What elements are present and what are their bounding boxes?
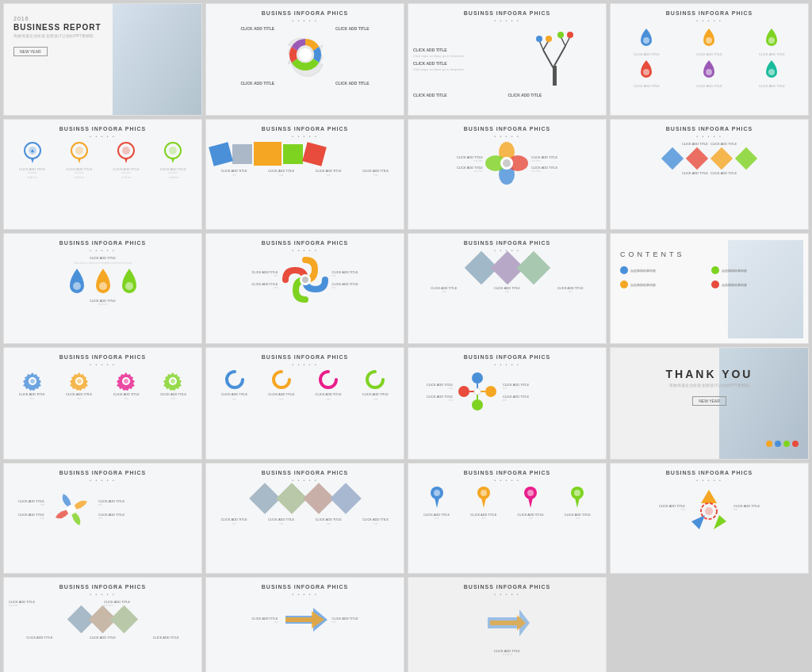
s3-text-1: Click maps so ideas go to templates xyxy=(413,54,506,58)
svg-point-51 xyxy=(124,379,128,384)
svg-line-3 xyxy=(554,46,565,66)
thankyou-subtitle: 有效传递企业价值 创意设计让你的PPT更精彩 xyxy=(620,383,799,388)
photo-thumb-3 xyxy=(283,144,303,164)
d1-title: CLICK ADD TITLE xyxy=(634,52,660,56)
svg-point-43 xyxy=(125,282,133,290)
cover-button[interactable]: NEW YEAR xyxy=(13,47,48,56)
cross-pins-svg xyxy=(456,370,500,414)
s3-label-4: CLICK ADD TITLE xyxy=(508,93,602,97)
svg-point-42 xyxy=(99,282,107,290)
slide-4-dots: • • • • • xyxy=(615,18,803,23)
drop-5 xyxy=(700,59,718,81)
svg-point-66 xyxy=(434,490,440,496)
svg-marker-27 xyxy=(124,158,128,163)
slide-2-dots: • • • • • xyxy=(211,18,399,23)
svg-point-63 xyxy=(67,505,76,514)
flower-cross-svg xyxy=(48,486,95,533)
svg-point-69 xyxy=(481,490,487,496)
gear-1 xyxy=(22,370,43,391)
slide-17-title: BUSINSS INFOGRA PHICS xyxy=(9,470,197,475)
svg-point-75 xyxy=(574,490,580,496)
thankyou-title: THANK YOU xyxy=(620,368,799,380)
svg-point-36 xyxy=(503,159,511,167)
slide-22-title: BUSINSS INFOGRA PHICS xyxy=(211,584,399,590)
pd3-3 xyxy=(110,605,138,633)
slide-18-title: BUSINSS INFOGRA PHICS xyxy=(211,470,399,475)
svg-rect-39 xyxy=(710,147,733,170)
slide-14-title: BUSINSS INFOGRA PHICS xyxy=(211,354,399,360)
svg-point-10 xyxy=(557,32,564,38)
photo-diamond-3 xyxy=(516,251,550,284)
drop-6 xyxy=(763,59,780,81)
slide-contents: CONTENTS 点击添加目录内容 点击添加目录内容 点击添加目录内容 xyxy=(610,233,809,344)
triangle-arrows-svg xyxy=(688,486,731,529)
d6-title: CLICK ADD TITLE xyxy=(759,84,785,88)
s2-label-4: CLICK ADD TITLE xyxy=(306,81,400,86)
drop-4 xyxy=(638,59,655,81)
svg-point-49 xyxy=(77,379,82,384)
c-item-1: CLICK ADD TITLE xyxy=(221,370,247,396)
slide-11-title: BUSINSS INFOGRA PHICS xyxy=(413,240,601,246)
c-item-4: CLICK ADD TITLE xyxy=(362,370,389,396)
pin-3: CLICK ADD TITLE text xyxy=(518,486,544,520)
d4-title: CLICK ADD TITLE xyxy=(634,84,660,88)
drop-1 xyxy=(638,27,655,49)
svg-point-23 xyxy=(75,147,83,155)
contents-item-1: 点击添加目录内容 xyxy=(620,266,708,274)
slide-tree: BUSINSS INFOGRA PHICS • • • • • CLICK AD… xyxy=(408,3,607,116)
svg-point-72 xyxy=(527,490,534,496)
svg-point-56 xyxy=(485,386,496,397)
cover-title: BUSINESS REPORT xyxy=(13,23,192,32)
bubble-1: ● xyxy=(23,142,42,164)
gear-3 xyxy=(116,370,136,391)
thankyou-button[interactable]: NEW YEAR xyxy=(692,396,726,406)
s2-label-3: CLICK ADD TITLE xyxy=(211,81,304,86)
svg-point-77 xyxy=(705,507,713,515)
svg-marker-71 xyxy=(528,498,533,508)
svg-line-2 xyxy=(543,50,554,70)
svg-marker-30 xyxy=(171,158,174,163)
slide-13-title: BUSINSS INFOGRA PHICS xyxy=(9,354,197,360)
svg-point-26 xyxy=(122,147,130,155)
svg-text:●: ● xyxy=(30,147,34,155)
slide-photo-diamonds: BUSINSS INFOGRA PHICS • • • • • CLICK AD… xyxy=(408,233,607,344)
svg-marker-68 xyxy=(481,498,486,508)
slide-photo-diamonds3: BUSINSS INFOGRA PHICS • • • • • CLICK AD… xyxy=(3,577,202,672)
slide-21-title: BUSINSS INFOGRA PHICS xyxy=(9,584,197,590)
contents-dot-1 xyxy=(620,266,628,274)
slide-3-title: BUSINSS INFOGRA PHICS xyxy=(413,10,601,16)
diamond-2 xyxy=(686,147,708,170)
svg-point-62 xyxy=(474,388,481,395)
svg-point-45 xyxy=(302,277,308,283)
photo-thumb-2 xyxy=(232,144,252,164)
svg-point-41 xyxy=(73,282,81,290)
slide-diamonds: BUSINSS INFOGRA PHICS • • • • • CLICK AD… xyxy=(610,119,809,230)
svg-point-9 xyxy=(546,36,552,42)
slide-cover: 2016 BUSINESS REPORT 有效传递企业价值 创意设计让你的PPT… xyxy=(3,3,202,116)
d2-title: CLICK ADD TITLE xyxy=(696,52,722,56)
svg-point-16 xyxy=(706,69,712,75)
slide-gear: BUSINSS INFOGRA PHICS • • • • • CLICK AD… xyxy=(205,3,404,116)
slide-big-arrow: BUSINSS INFOGRA PHICS • • • • • CLICK AD… xyxy=(205,577,404,672)
gear-2 xyxy=(69,370,90,391)
slide-globe-pins: BUSINSS INFOGRA PHICS • • • • • CLICK AD… xyxy=(408,463,607,574)
arrow-big-svg xyxy=(484,603,531,643)
slide-photo-strip: BUSINSS INFOGRA PHICS • • • • • CLICK AD… xyxy=(205,119,404,230)
large-drop-1 xyxy=(65,267,89,297)
slide-7-title: BUSINSS INFOGRA PHICS xyxy=(413,126,601,132)
s2-label-1: CLICK ADD TITLE xyxy=(211,26,304,31)
photo-thumb-4 xyxy=(302,142,327,166)
slide-c-circles: BUSINSS INFOGRA PHICS • • • • • CLICK AD… xyxy=(205,347,404,460)
drop-3 xyxy=(763,27,780,49)
svg-point-14 xyxy=(768,37,775,44)
svg-point-15 xyxy=(643,69,649,75)
slide-triangle-arrows: BUSINSS INFOGRA PHICS • • • • • CLICK AD… xyxy=(610,463,809,574)
s2-label-2: CLICK ADD TITLE xyxy=(306,26,400,31)
s3-label-2: CLICK ADD TITLE xyxy=(413,61,506,66)
contents-dot-3 xyxy=(620,281,628,288)
slide-15-title: BUSINSS INFOGRA PHICS xyxy=(413,354,601,360)
flower-arrows-svg xyxy=(282,256,329,304)
bubble-4 xyxy=(163,142,182,164)
slide-20-title: BUSINSS INFOGRA PHICS xyxy=(615,470,803,475)
slide-10-title: BUSINSS INFOGRA PHICS xyxy=(211,240,399,246)
